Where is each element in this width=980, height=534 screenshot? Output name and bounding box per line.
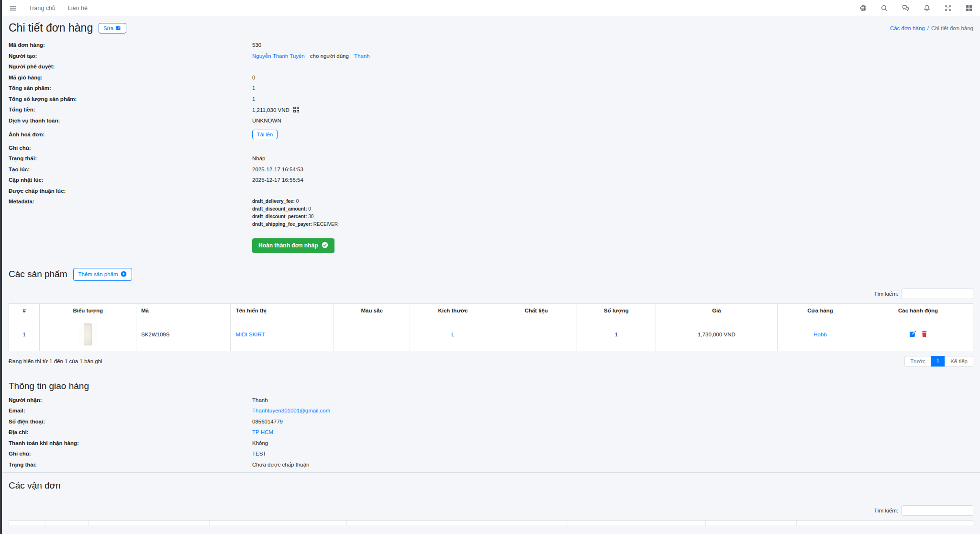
store-link[interactable]: Hobb: [813, 332, 827, 337]
field-metadata: Metadata: draft_delivery_fee0 draft_disc…: [9, 199, 973, 229]
product-name-link[interactable]: MIDI SKIRT: [235, 332, 265, 337]
shipments-search-row: Tìm kiếm:: [9, 505, 973, 516]
hamburger-menu-icon[interactable]: [10, 5, 16, 11]
column-header-color[interactable]: Màu sắc: [334, 303, 410, 318]
product-material-cell: [496, 318, 577, 351]
email-link[interactable]: Thanhtuyen301001@gmail.com: [252, 408, 330, 413]
product-image-cell: [40, 318, 136, 351]
total-amount-value: 1,211,030 VND: [252, 107, 290, 113]
product-image: [78, 323, 98, 346]
product-index-cell: 1: [9, 318, 40, 351]
metadata-block: draft_delivery_fee0 draft_discount_amoun…: [252, 199, 338, 229]
complete-draft-order-button[interactable]: Hoàn thành đơn nháp: [252, 238, 334, 253]
column-header-price[interactable]: Giá: [656, 303, 778, 318]
field-label: Ghi chú:: [9, 451, 252, 456]
comments-icon[interactable]: [902, 5, 909, 11]
edit-product-icon[interactable]: [909, 330, 916, 337]
shipments-section-title: Các vận đơn: [9, 480, 61, 491]
field-label: Dịch vụ thanh toán:: [9, 118, 252, 123]
column-header-code[interactable]: Mã: [136, 303, 230, 318]
creator-middle-text: cho người dùng: [310, 53, 349, 59]
add-product-button[interactable]: Thêm sản phẩm: [73, 268, 132, 281]
breadcrumb: Các đơn hàng/Chi tiết đơn hàng: [890, 25, 973, 31]
edit-order-button[interactable]: Sửa: [99, 23, 126, 33]
field-label: Metadata:: [9, 199, 252, 204]
field-created-at: Tạo lúc: 2025-12-17 16:54:53: [9, 167, 973, 173]
address-link[interactable]: TP HCM: [252, 429, 273, 435]
field-value: TEST: [252, 451, 266, 456]
column-header-display-name[interactable]: Tên hiển thị: [231, 303, 334, 318]
order-detail-fields: Mã đơn hàng: 530 Người tạo: Nguyễn Thanh…: [9, 38, 973, 260]
field-email: Email: Thanhtuyen301001@gmail.com: [9, 408, 973, 414]
main-content: Chi tiết đơn hàng Sửa Các đơn hàng/Chi t…: [2, 16, 980, 525]
field-label: Địa chỉ:: [9, 429, 252, 435]
navbar-right: [860, 5, 972, 11]
column-header-index[interactable]: #: [9, 303, 40, 318]
products-table: # Biểu tượng Mã Tên hiển thị Màu sắc Kíc…: [9, 303, 973, 351]
field-value: 2025-12-17 16:55:54: [252, 177, 303, 183]
field-label: Tạo lúc:: [9, 167, 252, 172]
order-user-link[interactable]: Thanh: [354, 53, 370, 59]
metadata-line: draft_discount_percent30: [252, 214, 338, 219]
products-search-input[interactable]: [902, 289, 973, 299]
field-label: Người phê duyệt:: [9, 64, 252, 69]
skirt-shape: [84, 323, 92, 345]
field-value: Chưa được chấp thuận: [252, 462, 309, 467]
shipping-fields: Người nhận: Thanh Email: Thanhtuyen30100…: [9, 392, 973, 468]
field-receiver: Người nhận: Thanh: [9, 397, 973, 404]
field-label: Tổng sản phẩm:: [9, 85, 252, 91]
pagination-page-1-button[interactable]: 1: [931, 356, 945, 367]
pagination-prev-button[interactable]: Trước: [904, 356, 931, 367]
metadata-line: draft_delivery_fee0: [252, 199, 338, 204]
product-price-cell: 1,730,000 VND: [656, 318, 778, 351]
column-header-icon[interactable]: Biểu tượng: [40, 303, 136, 318]
field-value: Tải lên: [252, 130, 278, 139]
metadata-key: draft_shipping_fee_payer: [252, 222, 313, 227]
shipments-search-input[interactable]: [902, 505, 973, 516]
collapsed-sidebar: [0, 0, 2, 534]
metadata-line: draft_shipping_fee_payerRECEIVER: [252, 222, 338, 227]
field-value: 0856014779: [252, 419, 283, 424]
search-icon[interactable]: [881, 5, 888, 11]
products-table-footer: Đang hiển thị từ 1 đến 1 của 1 bản ghi T…: [9, 356, 973, 367]
metadata-value: RECEIVER: [313, 222, 338, 227]
column-header-quantity[interactable]: Số lượng: [577, 303, 656, 318]
breadcrumb-orders-link[interactable]: Các đơn hàng: [890, 25, 925, 31]
field-value: 2025-12-17 16:54:53: [252, 167, 303, 172]
column-header-actions[interactable]: Các hành động: [863, 303, 973, 318]
field-label: Trạng thái:: [9, 156, 252, 161]
globe-icon[interactable]: [860, 5, 867, 11]
grid-icon[interactable]: [966, 5, 972, 11]
column-header-material[interactable]: Chất liệu: [496, 303, 577, 318]
qr-code-icon[interactable]: [293, 107, 299, 113]
field-cod: Thanh toán khi nhận hàng: Không: [9, 440, 973, 447]
field-total-products: Tổng sản phẩm: 1: [9, 85, 973, 92]
field-label: Mã đơn hàng:: [9, 42, 252, 48]
bell-icon[interactable]: [924, 5, 930, 11]
field-value: 1: [252, 96, 255, 102]
column-header-store[interactable]: Cửa hàng: [777, 303, 863, 318]
expand-icon[interactable]: [945, 5, 951, 11]
metadata-value: 0: [308, 206, 311, 211]
field-note: Ghi chú:: [9, 145, 973, 152]
add-product-label: Thêm sản phẩm: [78, 271, 118, 277]
field-value: Thanh: [252, 397, 268, 403]
creator-link[interactable]: Nguyễn Thanh Tuyền: [252, 53, 305, 59]
nav-item-home[interactable]: Trang chủ: [29, 5, 56, 11]
check-circle-icon: [322, 242, 328, 250]
delete-product-icon[interactable]: [921, 331, 927, 337]
pagination-next-button[interactable]: Kế tiếp: [945, 356, 973, 367]
column-header-size[interactable]: Kích thước: [410, 303, 496, 318]
nav-item-contact[interactable]: Liên hệ: [68, 5, 88, 11]
field-label: Được chấp thuận lúc:: [9, 188, 252, 194]
shipments-table-partial: [9, 520, 973, 525]
product-store-cell: Hobb: [777, 318, 863, 351]
field-label: Người tạo:: [9, 53, 252, 59]
field-creator: Người tạo: Nguyễn Thanh Tuyền cho người …: [9, 53, 973, 60]
products-search-label: Tìm kiếm:: [874, 291, 898, 297]
field-updated-at: Cập nhật lúc: 2025-12-17 16:55:54: [9, 177, 973, 184]
field-label: Tổng số lượng sản phẩm:: [9, 96, 252, 102]
upload-invoice-button[interactable]: Tải lên: [252, 130, 278, 139]
plus-circle-icon: [121, 271, 127, 278]
field-value: UNKNOWN: [252, 118, 281, 123]
